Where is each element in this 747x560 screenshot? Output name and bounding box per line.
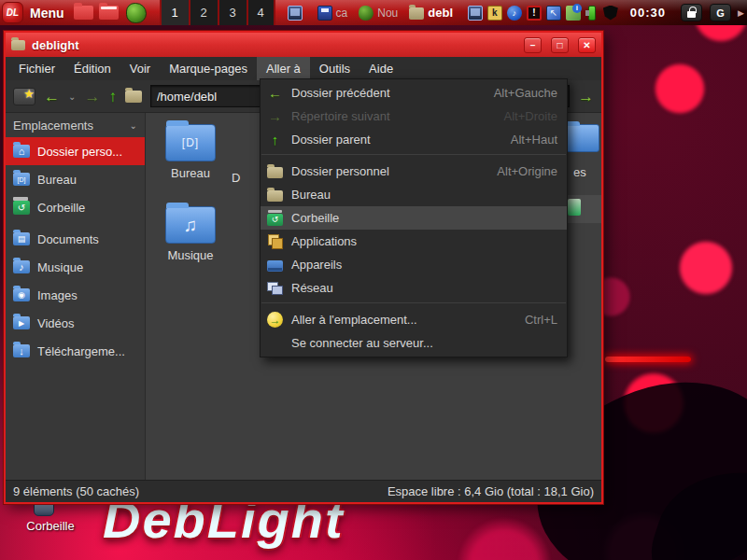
- sidebar-item[interactable]: Documents: [6, 225, 145, 253]
- menubar-item[interactable]: Aide: [359, 57, 402, 80]
- downloads-icon: [13, 344, 30, 357]
- status-free-space: Espace libre : 6,4 Gio (total : 18,1 Gio…: [388, 484, 594, 498]
- menubar-item-label: Marque-pages: [169, 62, 247, 76]
- tray-overflow-chevron-icon[interactable]: ▶: [738, 8, 744, 18]
- menu-item[interactable]: Corbeille: [261, 206, 567, 230]
- menu-item[interactable]: Dossier personnel Alt+Origine: [261, 160, 567, 183]
- menubar-item[interactable]: Outils: [310, 57, 359, 80]
- menu-item[interactable]: Applications: [261, 230, 567, 253]
- task-list: ca Nou debl: [283, 0, 458, 25]
- home-icon: [13, 145, 30, 158]
- workspace-button[interactable]: 4: [247, 0, 275, 25]
- titlebar[interactable]: deblight – □ ✕: [6, 33, 601, 57]
- go-button[interactable]: →: [578, 89, 594, 105]
- workspace-button[interactable]: 2: [189, 0, 218, 25]
- sidebar-item[interactable]: Images: [6, 281, 145, 309]
- menu-item[interactable]: Aller à l'emplacement... Ctrl+L: [261, 308, 567, 331]
- icon: [267, 335, 283, 351]
- sidebar-item[interactable]: Dossier perso...: [6, 137, 145, 165]
- maximize-button[interactable]: □: [551, 37, 569, 53]
- menubar-item[interactable]: Marque-pages: [160, 57, 257, 80]
- sidebar-item-label: Documents: [37, 232, 99, 246]
- alert-icon[interactable]: !: [527, 6, 542, 21]
- menu-item[interactable]: Répertoire suivant Alt+Droite: [261, 105, 567, 128]
- workspace-button[interactable]: 3: [218, 0, 247, 25]
- partial-folder-icon: [562, 124, 599, 152]
- sidebar-item-label: Bureau: [37, 173, 77, 187]
- sidebar-item[interactable]: Corbeille: [6, 193, 145, 221]
- dl-logo-icon[interactable]: DL: [2, 2, 23, 23]
- partial-file-label: D: [232, 171, 240, 185]
- workspace-number: 4: [257, 6, 263, 20]
- menu-item[interactable]: [261, 302, 566, 305]
- arrow-up-icon: [267, 132, 283, 147]
- dragon-launcher-icon[interactable]: [126, 3, 147, 23]
- menu-item[interactable]: Se connecter au serveur...: [261, 331, 567, 355]
- sidebar-item[interactable]: Téléchargeme...: [6, 337, 145, 365]
- menubar-item[interactable]: Édition: [64, 57, 120, 80]
- red-folder-open-launcher-icon[interactable]: [99, 6, 119, 20]
- minimize-button[interactable]: –: [524, 37, 542, 53]
- task-button[interactable]: debl: [404, 0, 458, 25]
- sidebar-item[interactable]: Vidéos: [6, 309, 145, 337]
- map-info-icon[interactable]: [566, 6, 581, 21]
- sidebar-item[interactable]: Bureau: [6, 165, 145, 193]
- task-button[interactable]: [283, 0, 311, 25]
- history-dropdown-chevron-icon[interactable]: ⌄: [68, 91, 76, 102]
- system-tray: k ♪ ! ↖ 00:30 G ▶: [468, 4, 747, 21]
- shield-icon[interactable]: [603, 6, 618, 21]
- back-button[interactable]: ←: [44, 89, 60, 105]
- sidebar-item[interactable]: Musique: [6, 253, 145, 281]
- cursor-icon[interactable]: ↖: [546, 6, 561, 21]
- desktop-trash-label[interactable]: Corbeille: [9, 519, 92, 533]
- file-item[interactable]: Bureau: [151, 124, 230, 195]
- tray-icons: k ♪ ! ↖: [468, 6, 618, 21]
- file-item[interactable]: Musique: [151, 206, 230, 277]
- menu-item-shortcut: Alt+Haut: [511, 133, 557, 147]
- documents-icon: [13, 232, 30, 245]
- task-button[interactable]: Nou: [354, 0, 402, 25]
- parent-folder-button[interactable]: ↑: [108, 89, 117, 105]
- forward-button[interactable]: →: [84, 89, 100, 105]
- bokeh-circle: [654, 63, 706, 115]
- g-button[interactable]: G: [710, 4, 731, 21]
- menu-item-label: Aller à l'emplacement...: [291, 313, 417, 327]
- menu-item[interactable]: Dossier précédent Alt+Gauche: [261, 81, 567, 105]
- menu-item[interactable]: Réseau: [261, 276, 567, 300]
- task-button[interactable]: ca: [313, 0, 353, 25]
- close-button[interactable]: ✕: [578, 37, 596, 53]
- partial-file-label: es: [573, 165, 586, 179]
- menu-item[interactable]: Appareils: [261, 253, 567, 276]
- menubar-item[interactable]: Aller à: [257, 57, 310, 80]
- menubar-item[interactable]: Voir: [120, 57, 160, 80]
- sidebar: Emplacements ⌄ Dossier perso... Bureau: [6, 113, 146, 480]
- power-icon[interactable]: [588, 6, 596, 21]
- menu-item-label: Applications: [291, 234, 357, 248]
- window-folder-icon: [11, 40, 25, 50]
- menu-item[interactable]: Bureau: [261, 183, 567, 206]
- volume-icon[interactable]: ♪: [507, 6, 522, 21]
- menu-item[interactable]: Dossier parent Alt+Haut: [261, 128, 567, 151]
- wallpaper-red-line: [605, 357, 691, 362]
- menubar-item[interactable]: Fichier: [9, 57, 64, 80]
- apps-icon: [267, 233, 283, 249]
- menu-item[interactable]: [261, 154, 566, 157]
- menu-item-shortcut: Alt+Origine: [497, 164, 557, 178]
- menu-item-shortcut: Alt+Droite: [504, 109, 557, 123]
- places-header[interactable]: Emplacements ⌄: [6, 113, 145, 137]
- lock-button[interactable]: [681, 4, 702, 21]
- statusbar: 9 éléments (50 cachés) Espace libre : 6,…: [6, 480, 601, 502]
- menu-button[interactable]: Menu: [30, 6, 64, 21]
- taskbar: DL Menu 1 2 3 4: [0, 0, 747, 25]
- screen-share-icon[interactable]: [468, 6, 483, 21]
- menu-item-shortcut: Ctrl+L: [525, 313, 557, 327]
- red-folder-launcher-icon[interactable]: [74, 6, 93, 20]
- trash2-icon: [13, 201, 30, 215]
- clipboard-icon[interactable]: k: [487, 6, 502, 21]
- sidebar-item-label: Musique: [37, 260, 83, 274]
- workspace-button[interactable]: 1: [160, 0, 189, 25]
- new-tab-button[interactable]: [13, 88, 35, 105]
- folder-tan-icon: [267, 190, 283, 202]
- menubar-item-label: Voir: [130, 62, 150, 76]
- dragon-small-icon: [359, 6, 374, 21]
